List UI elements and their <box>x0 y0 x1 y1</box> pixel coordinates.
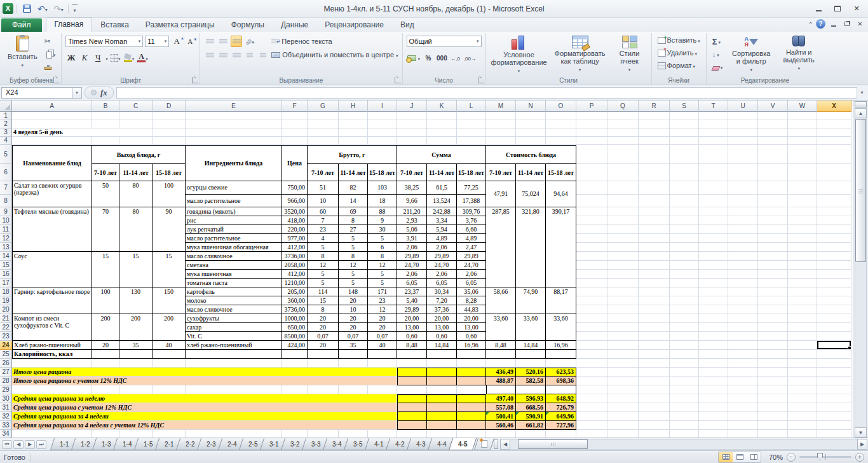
cell-W17[interactable] <box>788 279 817 287</box>
cell-L10[interactable]: 3,76 <box>457 216 486 225</box>
save-button[interactable] <box>20 3 33 15</box>
cell-R9[interactable] <box>639 207 670 216</box>
cell-P4[interactable] <box>576 137 607 145</box>
cell-X2[interactable] <box>817 120 851 128</box>
cell-P16[interactable] <box>576 270 607 279</box>
font-name-combobox[interactable]: Times New Roman▾ <box>65 36 143 47</box>
cell-L18[interactable]: 35,06 <box>457 287 486 296</box>
column-header-S[interactable]: S <box>670 100 699 112</box>
row-header-21[interactable]: 21 <box>0 314 12 323</box>
cell-E24[interactable]: хлеб ржано-пшеничный <box>186 341 282 350</box>
cell-K27[interactable] <box>427 368 457 377</box>
cell-J7[interactable]: 38,25 <box>397 181 427 195</box>
decrease-indent-button[interactable] <box>244 50 255 61</box>
cell-B34[interactable] <box>92 430 119 438</box>
cell-K14[interactable]: 29,89 <box>427 252 457 261</box>
cell-S23[interactable] <box>670 332 699 341</box>
cell-X6[interactable] <box>817 164 851 181</box>
grow-font-button[interactable]: A <box>171 36 182 47</box>
cell-E9[interactable]: говядина (мякоть) <box>186 207 282 216</box>
cell-W25[interactable] <box>788 350 817 359</box>
cell-V14[interactable] <box>758 252 788 261</box>
cell-P8[interactable] <box>576 195 607 207</box>
cell-E14[interactable]: масло сливочное <box>186 252 282 261</box>
row-header-28[interactable]: 28 <box>0 377 12 385</box>
row-header-16[interactable]: 16 <box>0 270 12 279</box>
cell-X1[interactable] <box>817 112 851 120</box>
cell-F16[interactable]: 412,00 <box>282 270 308 279</box>
cell-F8[interactable]: 966,00 <box>282 195 308 207</box>
cell-M2[interactable] <box>486 120 516 128</box>
cell-Q2[interactable] <box>607 120 639 128</box>
comma-style-button[interactable]: 000 <box>436 52 448 64</box>
row-header-32[interactable]: 32 <box>0 412 12 421</box>
cell-A25[interactable]: Калорийность, ккал <box>12 350 92 359</box>
row-header-25[interactable]: 25 <box>0 350 12 359</box>
column-header-H[interactable]: H <box>339 100 368 112</box>
cell-T10[interactable] <box>699 216 728 225</box>
cell-P24[interactable] <box>576 341 607 350</box>
cell-N18[interactable]: 74,90 <box>516 287 546 314</box>
cell-V33[interactable] <box>758 421 788 430</box>
cell-H14[interactable]: 8 <box>339 252 368 261</box>
tab-данные[interactable]: Данные <box>273 18 316 32</box>
select-all-corner[interactable] <box>0 100 12 112</box>
cell-F25[interactable] <box>282 350 308 359</box>
cell-I8[interactable]: 18 <box>368 195 397 207</box>
cell-S29[interactable] <box>670 385 699 394</box>
cell-F21[interactable]: 1000,00 <box>282 314 308 323</box>
cell-F2[interactable] <box>282 120 308 128</box>
cell-W18[interactable] <box>788 287 817 296</box>
cell-P5[interactable] <box>576 145 607 164</box>
cell-L21[interactable]: 20,00 <box>457 314 486 323</box>
format-painter-button[interactable] <box>43 61 58 73</box>
cell-X11[interactable] <box>817 225 851 234</box>
cell-N1[interactable] <box>516 112 546 120</box>
row-header-15[interactable]: 15 <box>0 261 12 270</box>
cell-J13[interactable]: 2,06 <box>397 243 427 252</box>
cell-G29[interactable] <box>308 385 339 394</box>
cell-N26[interactable] <box>516 359 546 368</box>
cell-L16[interactable]: 2,06 <box>457 270 486 279</box>
cell-R30[interactable] <box>639 394 670 403</box>
cell-F13[interactable]: 412,00 <box>282 243 308 252</box>
cell-S21[interactable] <box>670 314 699 323</box>
cell-A29[interactable] <box>12 385 92 394</box>
cell-M24[interactable]: 8,48 <box>486 341 516 350</box>
row-header-18[interactable]: 18 <box>0 287 12 296</box>
cell-F22[interactable]: 650,00 <box>282 323 308 332</box>
cell-R4[interactable] <box>639 137 670 145</box>
cell-G5[interactable]: Брутто, г <box>308 145 397 164</box>
cell-K22[interactable]: 13,00 <box>427 323 457 332</box>
column-header-M[interactable]: M <box>486 100 516 112</box>
cell-R22[interactable] <box>639 323 670 332</box>
cell-Q22[interactable] <box>607 323 639 332</box>
cell-H24[interactable]: 35 <box>339 341 368 350</box>
cell-V15[interactable] <box>758 261 788 270</box>
align-center-button[interactable] <box>217 50 229 61</box>
cell-P1[interactable] <box>576 112 607 120</box>
cell-G8[interactable]: 10 <box>308 195 339 207</box>
cell-G34[interactable] <box>308 430 339 438</box>
cell-F15[interactable]: 2058,00 <box>282 261 308 270</box>
cell-O4[interactable] <box>546 137 576 145</box>
row-header-27[interactable]: 27 <box>0 368 12 377</box>
tab-вид[interactable]: Вид <box>392 18 423 32</box>
cell-S24[interactable] <box>670 341 699 350</box>
borders-button[interactable] <box>110 52 121 64</box>
font-color-button[interactable] <box>137 52 149 64</box>
cell-N9[interactable]: 321,80 <box>516 207 546 287</box>
cell-S2[interactable] <box>670 120 699 128</box>
delete-cells-button[interactable]: Удалить <box>656 47 702 59</box>
cell-P6[interactable] <box>576 164 607 181</box>
cell-W28[interactable] <box>788 377 817 385</box>
cell-S31[interactable] <box>670 403 699 412</box>
cell-O21[interactable]: 33,60 <box>546 314 576 341</box>
cell-S13[interactable] <box>670 243 699 252</box>
cell-T30[interactable] <box>699 394 728 403</box>
cell-styles-button[interactable]: Стили ячеек <box>612 34 648 75</box>
cell-V32[interactable] <box>758 412 788 421</box>
row-header-14[interactable]: 14 <box>0 252 12 261</box>
cell-G10[interactable]: 7 <box>308 216 339 225</box>
cell-S11[interactable] <box>670 225 699 234</box>
